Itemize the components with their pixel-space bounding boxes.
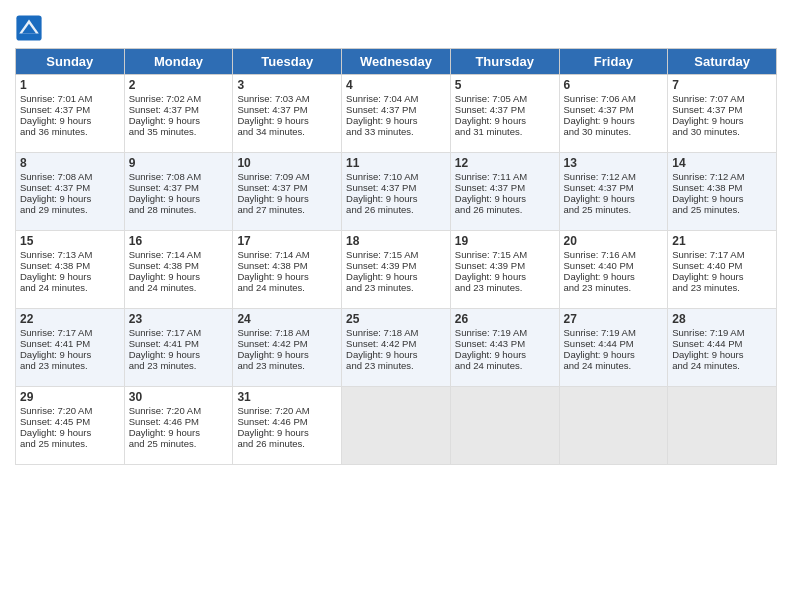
day-info-line: Sunrise: 7:20 AM (129, 405, 229, 416)
day-info-line: Daylight: 9 hours (672, 271, 772, 282)
day-info-line: Sunset: 4:37 PM (455, 104, 555, 115)
calendar-cell: 19Sunrise: 7:15 AMSunset: 4:39 PMDayligh… (450, 231, 559, 309)
calendar-cell: 4Sunrise: 7:04 AMSunset: 4:37 PMDaylight… (342, 75, 451, 153)
day-info-line: Daylight: 9 hours (564, 349, 664, 360)
day-info-line: and 26 minutes. (237, 438, 337, 449)
day-info-line: and 24 minutes. (564, 360, 664, 371)
calendar-cell: 27Sunrise: 7:19 AMSunset: 4:44 PMDayligh… (559, 309, 668, 387)
day-info-line: Daylight: 9 hours (129, 271, 229, 282)
calendar-cell: 14Sunrise: 7:12 AMSunset: 4:38 PMDayligh… (668, 153, 777, 231)
day-info-line: and 24 minutes. (20, 282, 120, 293)
weekday-header-cell: Thursday (450, 49, 559, 75)
day-number: 26 (455, 312, 555, 326)
calendar-cell: 31Sunrise: 7:20 AMSunset: 4:46 PMDayligh… (233, 387, 342, 465)
day-number: 30 (129, 390, 229, 404)
day-info-line: Sunset: 4:37 PM (20, 182, 120, 193)
weekday-header-cell: Wednesday (342, 49, 451, 75)
day-number: 7 (672, 78, 772, 92)
day-info-line: Daylight: 9 hours (672, 115, 772, 126)
day-info-line: and 27 minutes. (237, 204, 337, 215)
calendar-table: SundayMondayTuesdayWednesdayThursdayFrid… (15, 48, 777, 465)
day-info-line: Sunset: 4:40 PM (564, 260, 664, 271)
day-info-line: and 25 minutes. (20, 438, 120, 449)
day-number: 24 (237, 312, 337, 326)
calendar-cell: 28Sunrise: 7:19 AMSunset: 4:44 PMDayligh… (668, 309, 777, 387)
calendar-cell: 11Sunrise: 7:10 AMSunset: 4:37 PMDayligh… (342, 153, 451, 231)
day-info-line: and 23 minutes. (455, 282, 555, 293)
day-info-line: and 25 minutes. (564, 204, 664, 215)
day-info-line: Sunrise: 7:15 AM (455, 249, 555, 260)
day-info-line: Sunrise: 7:02 AM (129, 93, 229, 104)
day-info-line: Sunset: 4:37 PM (129, 104, 229, 115)
day-info-line: Sunrise: 7:16 AM (564, 249, 664, 260)
day-info-line: Sunset: 4:37 PM (129, 182, 229, 193)
day-info-line: Daylight: 9 hours (455, 193, 555, 204)
day-info-line: Sunset: 4:37 PM (346, 182, 446, 193)
day-number: 21 (672, 234, 772, 248)
day-info-line: Sunset: 4:38 PM (237, 260, 337, 271)
day-number: 25 (346, 312, 446, 326)
day-info-line: Sunrise: 7:14 AM (129, 249, 229, 260)
day-number: 9 (129, 156, 229, 170)
day-info-line: and 31 minutes. (455, 126, 555, 137)
calendar-cell: 6Sunrise: 7:06 AMSunset: 4:37 PMDaylight… (559, 75, 668, 153)
calendar-cell: 15Sunrise: 7:13 AMSunset: 4:38 PMDayligh… (16, 231, 125, 309)
day-info-line: Daylight: 9 hours (20, 349, 120, 360)
day-info-line: Sunrise: 7:12 AM (564, 171, 664, 182)
logo (15, 14, 45, 42)
day-info-line: Sunset: 4:39 PM (455, 260, 555, 271)
day-info-line: Sunset: 4:39 PM (346, 260, 446, 271)
day-info-line: Sunrise: 7:05 AM (455, 93, 555, 104)
day-info-line: Sunset: 4:38 PM (672, 182, 772, 193)
day-info-line: Daylight: 9 hours (564, 115, 664, 126)
day-info-line: and 23 minutes. (672, 282, 772, 293)
day-info-line: and 36 minutes. (20, 126, 120, 137)
calendar-cell: 26Sunrise: 7:19 AMSunset: 4:43 PMDayligh… (450, 309, 559, 387)
day-info-line: and 26 minutes. (346, 204, 446, 215)
day-info-line: Sunrise: 7:15 AM (346, 249, 446, 260)
day-info-line: Sunrise: 7:12 AM (672, 171, 772, 182)
day-info-line: Sunrise: 7:04 AM (346, 93, 446, 104)
day-info-line: Sunrise: 7:06 AM (564, 93, 664, 104)
day-info-line: Sunrise: 7:18 AM (237, 327, 337, 338)
day-info-line: and 23 minutes. (564, 282, 664, 293)
day-info-line: Daylight: 9 hours (20, 115, 120, 126)
day-info-line: Sunset: 4:41 PM (20, 338, 120, 349)
day-info-line: Sunrise: 7:17 AM (672, 249, 772, 260)
day-info-line: Sunset: 4:40 PM (672, 260, 772, 271)
calendar-cell: 5Sunrise: 7:05 AMSunset: 4:37 PMDaylight… (450, 75, 559, 153)
day-info-line: Daylight: 9 hours (346, 349, 446, 360)
calendar-cell: 17Sunrise: 7:14 AMSunset: 4:38 PMDayligh… (233, 231, 342, 309)
day-info-line: Sunset: 4:38 PM (20, 260, 120, 271)
calendar-cell: 22Sunrise: 7:17 AMSunset: 4:41 PMDayligh… (16, 309, 125, 387)
day-info-line: Daylight: 9 hours (129, 427, 229, 438)
day-number: 10 (237, 156, 337, 170)
day-info-line: and 34 minutes. (237, 126, 337, 137)
calendar-cell: 21Sunrise: 7:17 AMSunset: 4:40 PMDayligh… (668, 231, 777, 309)
day-info-line: Sunrise: 7:20 AM (237, 405, 337, 416)
day-info-line: Sunset: 4:38 PM (129, 260, 229, 271)
calendar-cell: 3Sunrise: 7:03 AMSunset: 4:37 PMDaylight… (233, 75, 342, 153)
day-number: 11 (346, 156, 446, 170)
day-info-line: and 23 minutes. (346, 282, 446, 293)
day-info-line: Sunrise: 7:09 AM (237, 171, 337, 182)
day-info-line: Daylight: 9 hours (20, 193, 120, 204)
calendar-cell: 12Sunrise: 7:11 AMSunset: 4:37 PMDayligh… (450, 153, 559, 231)
calendar-cell: 20Sunrise: 7:16 AMSunset: 4:40 PMDayligh… (559, 231, 668, 309)
day-info-line: Sunset: 4:45 PM (20, 416, 120, 427)
calendar-cell: 10Sunrise: 7:09 AMSunset: 4:37 PMDayligh… (233, 153, 342, 231)
day-info-line: Sunset: 4:43 PM (455, 338, 555, 349)
day-info-line: Daylight: 9 hours (20, 271, 120, 282)
day-info-line: Sunset: 4:44 PM (672, 338, 772, 349)
day-number: 16 (129, 234, 229, 248)
day-number: 13 (564, 156, 664, 170)
day-info-line: Sunset: 4:42 PM (346, 338, 446, 349)
calendar-cell (668, 387, 777, 465)
day-number: 3 (237, 78, 337, 92)
day-info-line: Daylight: 9 hours (346, 115, 446, 126)
day-info-line: and 24 minutes. (672, 360, 772, 371)
day-info-line: Daylight: 9 hours (672, 193, 772, 204)
calendar-cell: 1Sunrise: 7:01 AMSunset: 4:37 PMDaylight… (16, 75, 125, 153)
calendar-cell: 25Sunrise: 7:18 AMSunset: 4:42 PMDayligh… (342, 309, 451, 387)
day-number: 20 (564, 234, 664, 248)
